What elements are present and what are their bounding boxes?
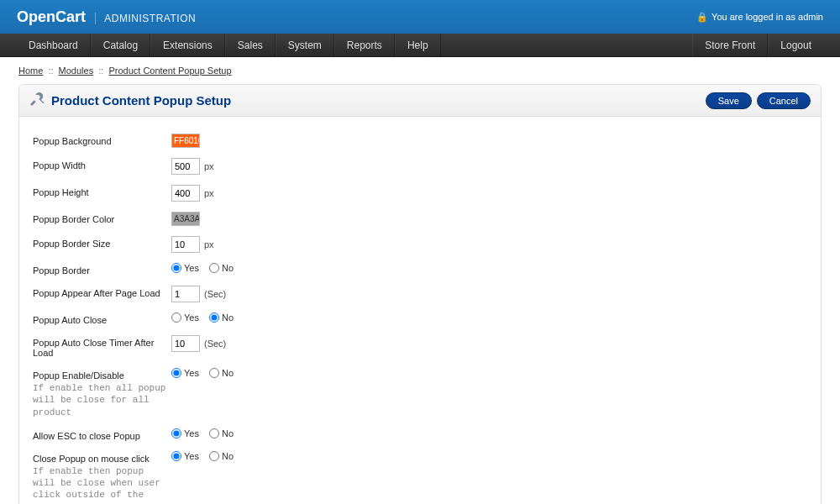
login-text: You are logged in as admin (711, 12, 823, 22)
breadcrumb: Home :: Modules :: Product Content Popup… (0, 57, 840, 84)
tools-icon (29, 92, 45, 109)
input-border-size[interactable] (171, 236, 200, 253)
label-popup-border: Popup Border (33, 263, 171, 276)
brand-name: OpenCart (17, 8, 86, 25)
unit-px: px (204, 188, 214, 198)
logo-block: OpenCart ADMINISTRATION (17, 8, 196, 26)
crumb-home[interactable]: Home (18, 66, 43, 76)
input-border-color[interactable]: A3A3A3 (171, 212, 200, 226)
label-popup-width: Popup Width (33, 158, 171, 171)
radio-border-yes[interactable]: Yes (171, 263, 199, 273)
box-heading: Product Content Popup Setup Save Cancel (19, 85, 821, 117)
radio-autoclose-yes[interactable]: Yes (171, 312, 199, 323)
crumb-current[interactable]: Product Content Popup Setup (108, 66, 231, 76)
action-buttons: Save Cancel (706, 92, 811, 109)
radio-autoclose-no[interactable]: No (209, 312, 234, 323)
nav-left: Dashboard Catalog Extensions Sales Syste… (17, 34, 441, 57)
crumb-sep: :: (48, 66, 53, 76)
nav-catalog[interactable]: Catalog (91, 34, 150, 57)
input-popup-background[interactable]: FF6010 (171, 134, 200, 148)
heading-left: Product Content Popup Setup (29, 92, 231, 109)
input-auto-close-timer[interactable] (171, 335, 200, 352)
nav-right: Store Front Logout (692, 34, 823, 57)
login-status: 🔒 You are logged in as admin (696, 12, 823, 23)
input-popup-width[interactable] (171, 158, 200, 175)
unit-sec: (Sec) (204, 289, 226, 299)
lock-icon: 🔒 (696, 12, 708, 23)
radio-mouse-yes[interactable]: Yes (171, 451, 199, 461)
label-border-color: Popup Border Color (33, 212, 171, 224)
unit-px: px (204, 239, 214, 249)
nav-extensions[interactable]: Extensions (150, 34, 225, 57)
label-auto-close: Popup Auto Close (33, 312, 171, 325)
label-appear-after: Popup Appear After Page Load (33, 286, 171, 298)
nav-system[interactable]: System (276, 34, 334, 57)
radio-border-no[interactable]: No (209, 263, 234, 273)
radio-mouse-no[interactable]: No (209, 451, 234, 461)
label-allow-esc: Allow ESC to close Popup (33, 428, 171, 441)
app-header: OpenCart ADMINISTRATION 🔒 You are logged… (0, 0, 840, 34)
page-title: Product Content Popup Setup (51, 93, 231, 108)
input-appear-after[interactable] (171, 286, 200, 302)
input-popup-height[interactable] (171, 185, 200, 202)
radio-esc-no[interactable]: No (209, 428, 234, 438)
unit-sec: (Sec) (204, 339, 226, 349)
nav-dashboard[interactable]: Dashboard (17, 34, 91, 57)
label-enable-disable: Popup Enable/Disable If enable then all … (33, 368, 171, 418)
nav-store-front[interactable]: Store Front (692, 34, 768, 57)
cancel-button[interactable]: Cancel (757, 92, 811, 109)
form-area: Popup Background FF6010 Popup Width px P… (19, 117, 821, 504)
label-popup-height: Popup Height (33, 185, 171, 197)
radio-enable-yes[interactable]: Yes (171, 368, 199, 378)
label-close-mouse: Close Popup on mouse click If enable the… (33, 451, 171, 504)
nav-sales[interactable]: Sales (225, 34, 276, 57)
crumb-sep: :: (98, 66, 103, 76)
label-border-size: Popup Border Size (33, 236, 171, 249)
brand-subtitle: ADMINISTRATION (95, 13, 196, 24)
save-button[interactable]: Save (706, 92, 752, 109)
label-auto-close-timer: Popup Auto Close Timer After Load (33, 335, 171, 358)
hint-enable: If enable then all popup will be close f… (33, 382, 171, 418)
nav-logout[interactable]: Logout (768, 34, 823, 57)
crumb-modules[interactable]: Modules (59, 66, 94, 76)
nav-help[interactable]: Help (395, 34, 441, 57)
radio-enable-no[interactable]: No (209, 368, 234, 378)
main-nav: Dashboard Catalog Extensions Sales Syste… (0, 34, 840, 57)
hint-mouse: If enable then popup will be close when … (33, 465, 171, 504)
radio-esc-yes[interactable]: Yes (171, 428, 199, 438)
nav-reports[interactable]: Reports (334, 34, 395, 57)
unit-px: px (204, 161, 214, 171)
content-box: Product Content Popup Setup Save Cancel … (18, 84, 822, 504)
label-popup-background: Popup Background (33, 134, 171, 146)
